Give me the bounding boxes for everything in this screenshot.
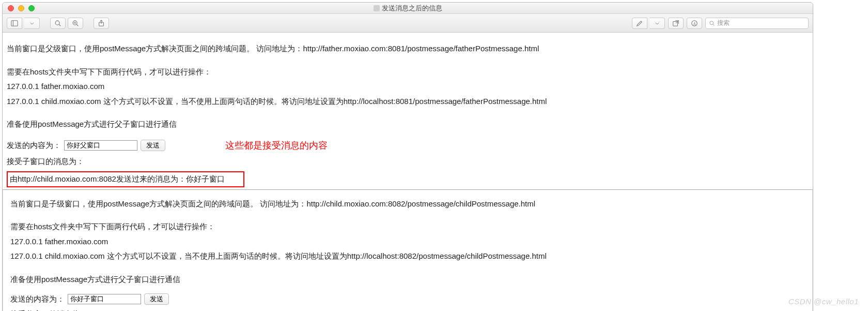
father-send-label: 发送的内容为： xyxy=(7,140,61,152)
page-body: 当前窗口是父级窗口，使用postMessage方式解决页面之间的跨域问题。 访问… xyxy=(3,33,813,311)
window-title: 发送消息之后的信息 xyxy=(382,4,442,13)
sidebar-icon xyxy=(11,20,18,27)
chevron-down-icon xyxy=(29,20,35,27)
father-hosts-note: 需要在hosts文件夹中写下下面两行代码，才可以进行操作： xyxy=(7,66,809,78)
father-send-button[interactable]: 发送 xyxy=(141,140,165,151)
pencil-icon xyxy=(636,20,643,27)
svg-text:A: A xyxy=(693,21,696,26)
father-send-row: 发送的内容为： 发送 这些都是接受消息的内容 xyxy=(7,139,809,153)
edit-menu-button[interactable] xyxy=(649,18,665,29)
edit-button[interactable] xyxy=(632,18,647,29)
svg-rect-0 xyxy=(11,20,18,26)
child-message-input[interactable] xyxy=(68,294,141,304)
svg-line-3 xyxy=(59,24,60,26)
annotation-text: 这些都是接受消息的内容 xyxy=(225,139,328,153)
child-host1: 127.0.0.1 father.moxiao.com xyxy=(10,236,808,248)
search-placeholder: 搜索 xyxy=(717,19,730,27)
child-send-row: 发送的内容为： 发送 xyxy=(10,293,808,305)
share-button[interactable] xyxy=(94,18,109,29)
father-host2: 127.0.0.1 child.moxiao.com 这个方式可以不设置，当不使… xyxy=(7,96,809,108)
svg-line-13 xyxy=(713,24,715,25)
chevron-down-icon xyxy=(655,20,660,27)
svg-line-5 xyxy=(76,24,78,26)
info-button[interactable]: A xyxy=(687,18,702,29)
child-frame: 当前窗口是子级窗口，使用postMessage方式解决页面之间的跨域问题。 访问… xyxy=(3,190,813,312)
child-intro: 当前窗口是子级窗口，使用postMessage方式解决页面之间的跨域问题。 访问… xyxy=(10,198,808,210)
child-send-button[interactable]: 发送 xyxy=(144,293,169,305)
father-received-highlight: 由http://child.moxiao.com:8082发送过来的消息为：你好… xyxy=(7,171,244,187)
father-received-message: 由http://child.moxiao.com:8082发送过来的消息为：你好… xyxy=(10,174,225,183)
info-circle-icon: A xyxy=(691,20,698,27)
toolbar: A 搜索 xyxy=(3,14,813,33)
browser-window: 发送消息之后的信息 xyxy=(2,2,813,311)
close-icon[interactable] xyxy=(8,5,14,11)
father-host1: 127.0.0.1 father.moxiao.com xyxy=(7,81,809,93)
father-recv-label: 接受子窗口的消息为： xyxy=(7,156,809,168)
window-title-wrap: 发送消息之后的信息 xyxy=(3,3,813,13)
zoom-in-button[interactable] xyxy=(68,18,83,29)
sidebar-menu-button[interactable] xyxy=(24,18,40,29)
child-send-label: 发送的内容为： xyxy=(10,293,65,305)
magnifier-icon xyxy=(54,20,61,27)
father-intro: 当前窗口是父级窗口，使用postMessage方式解决页面之间的跨域问题。 访问… xyxy=(7,43,809,55)
zoom-actual-button[interactable] xyxy=(50,18,66,29)
page-favicon-icon xyxy=(374,5,380,11)
child-hosts-note: 需要在hosts文件夹中写下下面两行代码，才可以进行操作： xyxy=(10,221,808,233)
child-host2: 127.0.0.1 child.moxiao.com 这个方式可以不设置，当不使… xyxy=(10,250,808,262)
watermark: CSDN @cw_hello1 xyxy=(788,297,859,306)
titlebar: 发送消息之后的信息 xyxy=(3,3,813,14)
father-message-input[interactable] xyxy=(64,140,137,151)
search-icon xyxy=(709,20,715,26)
open-external-icon xyxy=(672,20,679,27)
child-recv-label: 接受父窗口的消息为： xyxy=(10,308,808,312)
father-prepare: 准备使用postMessage方式进行父子窗口进行通信 xyxy=(7,119,809,130)
share-icon xyxy=(98,20,105,27)
magnifier-plus-icon xyxy=(72,20,79,27)
svg-point-12 xyxy=(710,21,714,24)
maximize-icon[interactable] xyxy=(28,5,35,11)
minimize-icon[interactable] xyxy=(18,5,24,11)
child-prepare: 准备使用postMessage方式进行父子窗口进行通信 xyxy=(10,274,808,286)
svg-point-2 xyxy=(55,21,59,25)
traffic-lights xyxy=(3,5,35,11)
open-external-button[interactable] xyxy=(668,18,684,29)
search-field[interactable]: 搜索 xyxy=(705,18,809,29)
sidebar-toggle-button[interactable] xyxy=(7,18,22,29)
